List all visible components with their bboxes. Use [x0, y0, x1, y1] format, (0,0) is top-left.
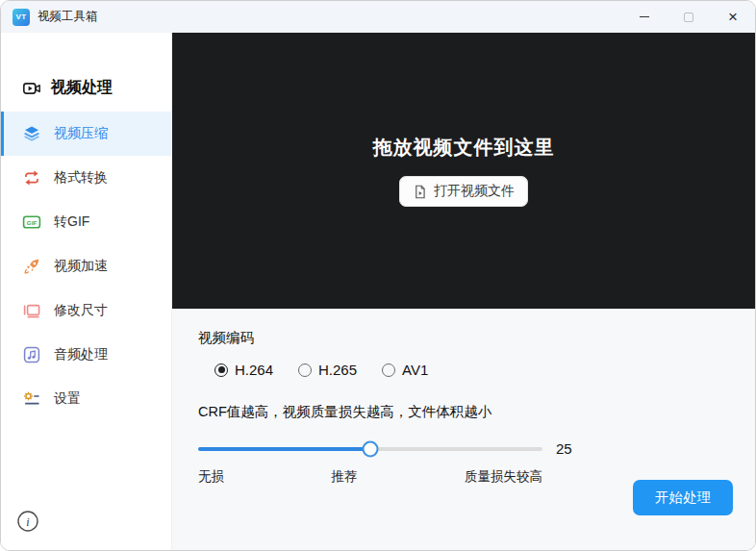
maximize-button[interactable] [667, 1, 711, 33]
app-body: 视频处理 视频压缩 [1, 33, 755, 550]
start-processing-button[interactable]: 开始处理 [633, 480, 733, 515]
radio-label: H.264 [235, 362, 273, 378]
radio-circle-icon [298, 363, 312, 377]
sidebar-item-label: 转GIF [54, 213, 89, 231]
crf-value: 25 [556, 440, 572, 457]
minimize-button[interactable] [622, 1, 667, 33]
crf-scale-right: 质量损失较高 [465, 468, 542, 486]
layers-icon [22, 124, 41, 143]
compression-settings-panel: 视频编码 H.264 H.265 AV1 CRF值越高，视频质 [172, 309, 755, 550]
sidebar-item-label: 格式转换 [54, 169, 108, 187]
encoding-options: H.264 H.265 AV1 [214, 362, 755, 378]
radio-circle-icon [214, 363, 228, 377]
info-icon: i [16, 510, 39, 533]
crf-scale-center: 推荐 [332, 468, 358, 486]
svg-text:i: i [26, 515, 29, 529]
sidebar-item-label: 修改尺寸 [54, 302, 108, 319]
svg-text:GIF: GIF [27, 219, 38, 226]
sidebar-item-label: 设置 [54, 390, 81, 408]
open-file-button-label: 打开视频文件 [434, 183, 515, 200]
sidebar-item-video-compress[interactable]: 视频压缩 [1, 112, 171, 156]
radio-label: H.265 [318, 362, 357, 378]
crf-slider-thumb[interactable] [363, 440, 379, 457]
sidebar-item-audio[interactable]: 音频处理 [1, 333, 171, 377]
info-button[interactable]: i [16, 510, 39, 533]
crf-slider[interactable] [198, 447, 542, 451]
crf-slider-fill [198, 447, 370, 451]
video-camera-icon [22, 79, 41, 98]
sidebar-item-label: 音频处理 [54, 346, 108, 363]
maximize-icon [684, 13, 693, 22]
sidebar-item-settings[interactable]: 设置 [1, 377, 171, 421]
swap-icon [22, 168, 41, 188]
video-dropzone[interactable]: 拖放视频文件到这里 打开视频文件 [172, 33, 755, 309]
close-button[interactable]: × [711, 1, 755, 33]
resize-icon [22, 301, 41, 320]
radio-label: AV1 [402, 362, 428, 378]
crf-description: CRF值越高，视频质量损失越高，文件体积越小 [198, 403, 755, 421]
radio-h265[interactable]: H.265 [298, 362, 357, 378]
window-title: 视频工具箱 [38, 9, 98, 25]
crf-slider-row: 25 [198, 440, 755, 457]
titlebar: VT 视频工具箱 × [1, 1, 755, 33]
sidebar: 视频处理 视频压缩 [1, 33, 172, 550]
video-file-icon [413, 184, 427, 200]
app-logo-icon: VT [13, 9, 30, 26]
app-window: VT 视频工具箱 × 视频处理 [0, 0, 756, 551]
radio-av1[interactable]: AV1 [382, 362, 428, 378]
minimize-icon [640, 16, 649, 17]
sidebar-header: 视频处理 [1, 78, 171, 98]
sidebar-item-label: 视频压缩 [54, 125, 108, 142]
sidebar-item-format-convert[interactable]: 格式转换 [1, 156, 171, 200]
sidebar-item-label: 视频加速 [54, 258, 108, 275]
gear-icon [22, 389, 41, 409]
dropzone-title: 拖放视频文件到这里 [373, 135, 555, 161]
sidebar-header-label: 视频处理 [51, 78, 113, 98]
window-controls: × [622, 1, 755, 33]
close-icon: × [728, 9, 738, 25]
sidebar-item-video-speed[interactable]: 视频加速 [1, 244, 171, 288]
main-panel: 拖放视频文件到这里 打开视频文件 视频编码 [172, 33, 755, 550]
crf-scale-labels: 无损 推荐 质量损失较高 [198, 468, 542, 486]
rocket-icon [22, 257, 41, 276]
radio-circle-icon [382, 363, 395, 377]
radio-h264[interactable]: H.264 [214, 362, 273, 378]
sidebar-item-to-gif[interactable]: GIF 转GIF [1, 200, 171, 244]
open-file-button[interactable]: 打开视频文件 [399, 176, 528, 207]
crf-scale-left: 无损 [198, 468, 224, 486]
encoding-label: 视频编码 [198, 329, 755, 347]
gif-icon: GIF [22, 213, 41, 232]
music-note-icon [22, 345, 41, 364]
sidebar-item-resize[interactable]: 修改尺寸 [1, 288, 171, 333]
